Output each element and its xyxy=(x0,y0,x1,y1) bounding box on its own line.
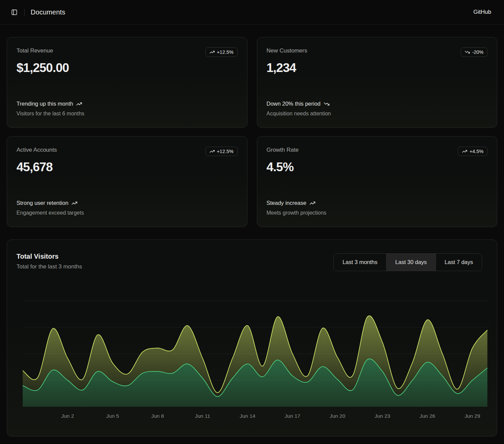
trending-down-icon xyxy=(465,49,470,55)
total-visitors-card: Total Visitors Total for the last 3 mont… xyxy=(7,239,497,437)
trend-badge: +12.5% xyxy=(205,47,238,57)
trending-up-icon xyxy=(209,149,215,154)
x-axis-tick-label: Jun 14 xyxy=(240,413,256,419)
x-axis-tick-label: Jun 11 xyxy=(195,413,210,419)
range-button-last-3-months[interactable]: Last 3 months xyxy=(333,253,387,271)
stat-card-growth-rate: Growth Rate +4.5% 4.5% Steady increase M… xyxy=(257,136,498,227)
main-content: Total Revenue +12.5% $1,250.00 Trending … xyxy=(0,25,504,437)
trending-up-icon xyxy=(309,200,315,206)
range-toggle-group: Last 3 months Last 30 days Last 7 days xyxy=(333,253,482,271)
badge-value: +4.5% xyxy=(469,149,483,154)
stat-footer-title: Steady increase xyxy=(267,200,306,206)
trend-badge: +12.5% xyxy=(205,147,238,156)
x-axis-tick-label: Jun 29 xyxy=(465,413,480,419)
sidebar-toggle-button[interactable] xyxy=(9,7,20,17)
header: Documents GitHub xyxy=(0,0,504,25)
header-divider xyxy=(24,9,25,16)
x-axis-tick-label: Jun 17 xyxy=(285,413,300,419)
page-title: Documents xyxy=(31,8,65,16)
panel-left-icon xyxy=(11,9,18,15)
stat-value: 1,234 xyxy=(267,61,488,75)
stat-footer-desc: Acquisition needs attention xyxy=(267,111,488,117)
trend-badge: +4.5% xyxy=(458,147,488,156)
x-axis-tick-label: Jun 8 xyxy=(151,413,164,419)
github-link[interactable]: GitHub xyxy=(469,6,495,18)
trending-up-icon xyxy=(76,101,82,107)
x-axis-tick-label: Jun 23 xyxy=(375,413,390,419)
x-axis-tick-label: Jun 20 xyxy=(330,413,345,419)
stat-label: Growth Rate xyxy=(267,147,299,153)
x-axis-tick-label: Jun 2 xyxy=(61,413,74,419)
stat-footer-desc: Engagement exceed targets xyxy=(16,210,238,216)
stat-card-active-accounts: Active Accounts +12.5% 45,678 Strong use… xyxy=(7,136,247,227)
range-button-last-30-days[interactable]: Last 30 days xyxy=(386,253,436,271)
stat-footer-title: Trending up this month xyxy=(16,101,73,107)
stat-cards-grid: Total Revenue +12.5% $1,250.00 Trending … xyxy=(7,37,497,227)
stat-footer-desc: Meets growth projections xyxy=(267,210,488,216)
badge-value: +12.5% xyxy=(217,149,234,154)
trending-down-icon xyxy=(324,101,330,107)
stat-value: 4.5% xyxy=(267,160,488,174)
range-button-last-7-days[interactable]: Last 7 days xyxy=(436,253,482,271)
stat-footer-title: Down 20% this period xyxy=(267,101,321,107)
stat-label: New Customers xyxy=(267,47,307,54)
badge-value: -20% xyxy=(472,49,483,55)
stat-card-total-revenue: Total Revenue +12.5% $1,250.00 Trending … xyxy=(7,37,247,128)
trending-up-icon xyxy=(462,149,467,154)
trending-up-icon xyxy=(209,49,215,55)
trend-badge: -20% xyxy=(461,47,488,57)
stat-label: Total Revenue xyxy=(16,47,53,54)
stat-value: 45,678 xyxy=(16,160,238,174)
x-axis-tick-label: Jun 5 xyxy=(106,413,119,419)
stat-footer-title: Strong user retention xyxy=(16,200,68,206)
stat-card-new-customers: New Customers -20% 1,234 Down 20% this p… xyxy=(257,37,498,128)
x-axis-tick-label: Jun 26 xyxy=(419,413,435,419)
stat-label: Active Accounts xyxy=(16,147,57,153)
trending-up-icon xyxy=(71,200,77,206)
badge-value: +12.5% xyxy=(217,49,234,55)
stat-value: $1,250.00 xyxy=(16,61,238,75)
stat-footer-desc: Visitors for the last 6 months xyxy=(16,111,238,117)
